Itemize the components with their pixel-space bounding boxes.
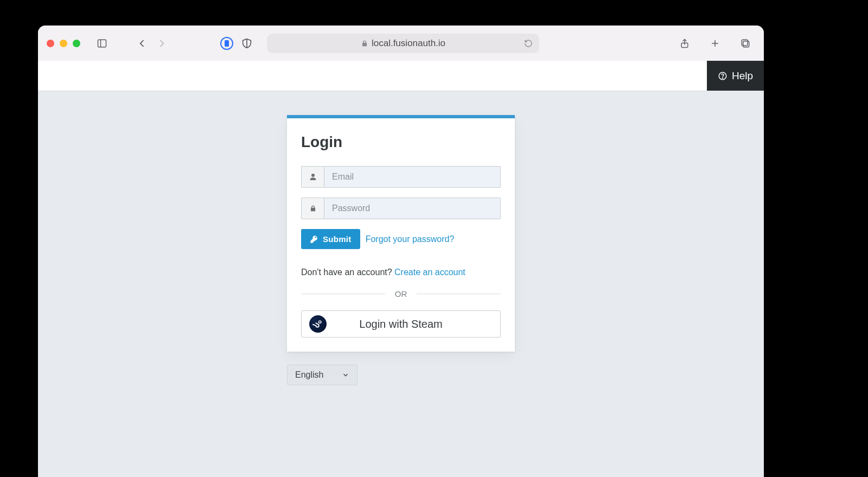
or-divider: OR (301, 289, 501, 298)
help-button[interactable]: Help (707, 61, 764, 91)
page-body: Login Submit Forgot your password? (38, 91, 764, 477)
app-header: Help (38, 61, 764, 91)
key-icon (310, 235, 318, 244)
address-text: local.fusionauth.io (372, 38, 445, 49)
share-button[interactable] (675, 34, 694, 53)
onepassword-icon[interactable] (220, 37, 233, 50)
language-selector[interactable]: English (287, 365, 358, 385)
create-account-link[interactable]: Create an account (394, 268, 465, 277)
nav-forward-button[interactable] (152, 34, 171, 53)
password-input[interactable] (324, 198, 501, 219)
submit-label: Submit (323, 234, 352, 244)
submit-button[interactable]: Submit (301, 229, 360, 249)
user-icon (301, 166, 324, 188)
window-close-button[interactable] (47, 40, 54, 47)
chevron-down-icon (342, 371, 349, 379)
help-label: Help (732, 70, 753, 82)
divider-label: OR (395, 289, 407, 298)
email-field-wrap (301, 166, 501, 188)
browser-window: local.fusionauth.io (38, 26, 764, 477)
toolbar-right-actions (675, 34, 755, 53)
password-field-wrap (301, 198, 501, 219)
login-with-steam-button[interactable]: Login with Steam (301, 310, 501, 338)
new-tab-button[interactable] (705, 34, 725, 53)
login-title: Login (301, 133, 501, 151)
privacy-shield-icon[interactable] (241, 37, 253, 49)
sidebar-toggle-button[interactable] (92, 34, 112, 53)
forgot-password-link[interactable]: Forgot your password? (366, 234, 455, 244)
lock-icon (361, 40, 368, 47)
address-bar[interactable]: local.fusionauth.io (267, 34, 539, 53)
login-panel: Login Submit Forgot your password? (287, 115, 515, 352)
language-selector-area: English (287, 365, 515, 385)
help-icon (718, 71, 727, 81)
tabs-overview-button[interactable] (736, 34, 755, 53)
language-selected: English (295, 370, 323, 380)
lock-icon (301, 198, 324, 219)
nav-back-button[interactable] (132, 34, 152, 53)
reload-icon[interactable] (524, 39, 533, 48)
email-input[interactable] (324, 166, 501, 188)
svg-point-8 (722, 78, 723, 78)
svg-rect-5 (743, 41, 749, 47)
login-actions: Submit Forgot your password? (301, 229, 501, 249)
window-controls (47, 40, 80, 47)
svg-rect-0 (98, 40, 106, 47)
svg-rect-6 (742, 40, 748, 46)
window-minimize-button[interactable] (60, 40, 67, 47)
steam-button-label: Login with Steam (309, 318, 493, 330)
no-account-text: Don't have an account? Create an account (301, 268, 501, 277)
browser-toolbar: local.fusionauth.io (38, 26, 764, 61)
window-zoom-button[interactable] (73, 40, 80, 47)
